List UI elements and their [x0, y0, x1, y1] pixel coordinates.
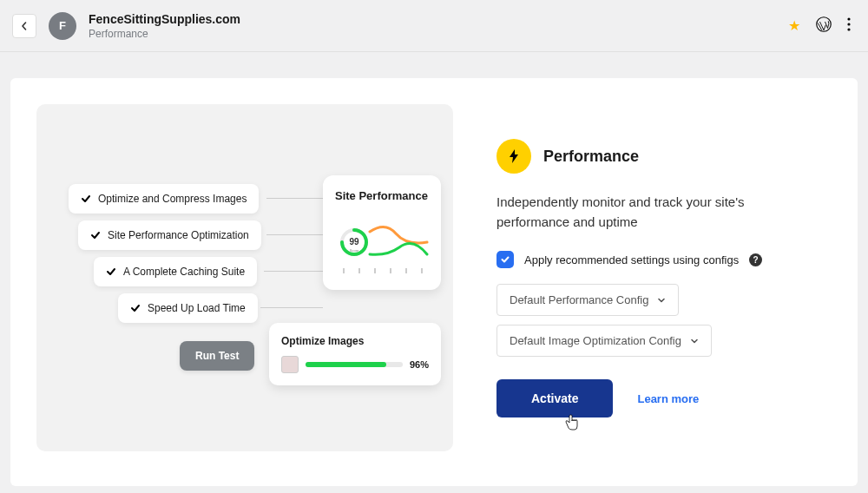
feature-title: Performance [543, 148, 639, 166]
performance-config-dropdown[interactable]: Default Performance Config [496, 284, 679, 316]
svg-point-1 [847, 17, 850, 20]
illus-pill-label: A Complete Caching Suite [123, 266, 245, 278]
illustration-panel: Optimize and Compress Images Site Perfor… [36, 104, 453, 451]
check-icon [500, 254, 510, 265]
svg-point-3 [847, 28, 850, 30]
check-icon [106, 266, 116, 277]
image-optimization-config-dropdown[interactable]: Default Image Optimization Config [496, 325, 712, 357]
page-header: F FenceSittingSupplies.com Performance ★ [0, 0, 868, 52]
check-icon [90, 230, 101, 240]
check-icon [81, 194, 91, 204]
chevron-down-icon [657, 296, 666, 305]
illus-pill: A Complete Caching Suite [94, 257, 257, 286]
section-label: Performance [89, 28, 240, 40]
feature-card: Optimize and Compress Images Site Perfor… [10, 78, 858, 486]
help-icon[interactable]: ? [749, 253, 762, 266]
config-label: Default Performance Config [510, 293, 648, 306]
apply-label: Apply recommended settings using configs [524, 253, 739, 266]
svg-text:Score: Score [350, 248, 359, 253]
site-performance-card: Site Performance 99 Score [323, 175, 441, 290]
wordpress-icon[interactable] [816, 16, 832, 35]
svg-point-2 [847, 23, 850, 25]
star-icon[interactable]: ★ [788, 17, 800, 34]
activate-button[interactable]: Activate [496, 379, 613, 417]
image-thumb [281, 356, 299, 373]
site-avatar: F [49, 12, 76, 40]
perf-card-title: Site Performance [335, 189, 429, 202]
connector-line [266, 198, 324, 199]
apply-settings-row[interactable]: Apply recommended settings using configs… [496, 251, 823, 268]
connector-line [260, 307, 323, 308]
chevron-down-icon [690, 337, 699, 345]
illus-pill: Speed Up Load Time [118, 293, 258, 323]
run-test-button[interactable]: Run Test [180, 341, 254, 371]
progress-bar [306, 362, 403, 367]
chevron-left-icon [20, 22, 29, 30]
lightning-icon [496, 139, 531, 174]
back-button[interactable] [12, 14, 36, 38]
illus-pill: Site Performance Optimization [78, 220, 261, 250]
learn-more-link[interactable]: Learn more [637, 392, 699, 405]
feature-content: Performance Independently monitor and tr… [496, 104, 823, 451]
opt-card-title: Optimize Images [281, 335, 429, 347]
svg-text:99: 99 [349, 237, 359, 246]
site-name: FenceSittingSupplies.com [89, 12, 240, 26]
site-info: FenceSittingSupplies.com Performance [89, 12, 240, 40]
check-icon [130, 303, 141, 313]
illus-pill: Optimize and Compress Images [69, 184, 259, 214]
optimize-images-card: Optimize Images 96% [269, 323, 441, 385]
feature-description: Independently monitor and track your sit… [496, 193, 818, 232]
illus-pill-label: Speed Up Load Time [148, 302, 246, 314]
config-label: Default Image Optimization Config [510, 334, 681, 347]
connector-line [264, 271, 323, 272]
illus-pill-label: Site Performance Optimization [108, 229, 249, 241]
perf-gauge-chart: 99 Score [335, 216, 429, 277]
apply-checkbox[interactable] [496, 251, 514, 268]
illus-pill-label: Optimize and Compress Images [98, 193, 247, 205]
connector-line [266, 234, 324, 235]
progress-percent: 96% [410, 359, 429, 370]
more-icon[interactable] [847, 17, 851, 34]
